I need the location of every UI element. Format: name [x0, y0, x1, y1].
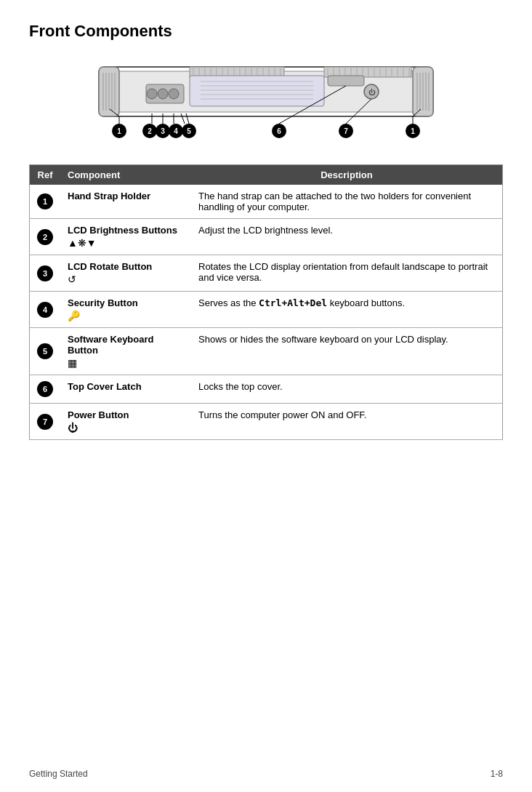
ref-cell: 6	[30, 375, 61, 404]
ref-cell: 5	[30, 328, 61, 375]
svg-point-56	[169, 89, 179, 99]
ref-number: 3	[37, 265, 53, 281]
svg-line-82	[186, 113, 189, 124]
ref-number: 2	[37, 229, 53, 245]
component-cell: Software Keyboard Button▦	[60, 328, 191, 375]
page-title: Front Components	[29, 22, 503, 41]
description-cell: Adjust the LCD brightness level.	[191, 219, 503, 255]
svg-rect-59	[328, 76, 364, 86]
kbd-shortcut: Ctrl+Alt+Del	[259, 297, 327, 308]
description-cell: The hand strap can be attached to the tw…	[191, 185, 503, 219]
component-cell: LCD Rotate Button↺	[60, 255, 191, 292]
svg-text:3: 3	[161, 127, 165, 135]
component-name: Hand Strap Holder	[68, 191, 150, 201]
ref-cell: 4	[30, 292, 61, 328]
table-row: 2LCD Brightness Buttons▲❋▼Adjust the LCD…	[30, 219, 503, 255]
component-name: Security Button	[68, 297, 138, 308]
svg-text:5: 5	[187, 127, 191, 135]
component-cell: Security Button🔑	[60, 292, 191, 328]
table-row: 1Hand Strap HolderThe hand strap can be …	[30, 185, 503, 219]
component-icon: ↺	[68, 273, 184, 285]
footer-right: 1-8	[491, 769, 503, 779]
table-row: 3LCD Rotate Button↺Rotates the LCD displ…	[30, 255, 503, 292]
component-name: Power Button	[68, 409, 129, 420]
description-cell: Rotates the LCD display orientation from…	[191, 255, 503, 292]
svg-text:7: 7	[344, 127, 348, 135]
svg-text:2: 2	[148, 127, 152, 135]
svg-text:6: 6	[277, 127, 281, 135]
component-name: Software Keyboard Button	[68, 334, 153, 356]
component-icon: ⏻	[68, 422, 184, 433]
component-name: Top Cover Latch	[68, 381, 142, 392]
ref-cell: 1	[30, 185, 61, 219]
component-cell: Power Button⏻	[60, 404, 191, 440]
svg-line-81	[181, 113, 185, 124]
svg-text:4: 4	[174, 127, 178, 135]
component-name: LCD Rotate Button	[68, 261, 152, 272]
component-cell: Top Cover Latch	[60, 375, 191, 404]
table-row: 5Software Keyboard Button▦Shows or hides…	[30, 328, 503, 375]
description-cell: Turns the computer power ON and OFF.	[191, 404, 503, 440]
description-cell: Shows or hides the software keyboard on …	[191, 328, 503, 375]
ref-cell: 7	[30, 404, 61, 440]
svg-point-55	[158, 89, 168, 99]
table-row: 4Security Button🔑Serves as the Ctrl+Alt+…	[30, 292, 503, 328]
ref-number: 5	[37, 343, 53, 359]
ref-number: 1	[37, 193, 53, 209]
component-icon: 🔑	[68, 310, 184, 321]
table-header-row: Ref Component Description	[30, 165, 503, 185]
svg-text:⏻: ⏻	[368, 89, 376, 96]
ref-cell: 3	[30, 255, 61, 292]
svg-text:1: 1	[117, 127, 121, 135]
ref-number: 4	[37, 302, 53, 318]
diagram-container: ⏻ 1 2 3 4 5 6 7 1	[29, 54, 503, 148]
component-cell: LCD Brightness Buttons▲❋▼	[60, 219, 191, 255]
svg-text:1: 1	[411, 127, 415, 135]
front-components-diagram: ⏻ 1 2 3 4 5 6 7 1	[77, 54, 455, 148]
table-row: 6Top Cover LatchLocks the top cover.	[30, 375, 503, 404]
svg-point-54	[147, 89, 157, 99]
component-icon: ▦	[68, 357, 184, 369]
ref-number: 7	[37, 414, 53, 430]
header-component: Component	[60, 165, 191, 185]
description-cell: Locks the top cover.	[191, 375, 503, 404]
component-name: LCD Brightness Buttons	[68, 225, 177, 236]
ref-cell: 2	[30, 219, 61, 255]
table-row: 7Power Button⏻Turns the computer power O…	[30, 404, 503, 440]
svg-rect-47	[190, 76, 324, 106]
footer-left: Getting Started	[29, 769, 88, 779]
component-table: Ref Component Description 1Hand Strap Ho…	[29, 164, 503, 440]
ref-number: 6	[37, 381, 53, 397]
component-icon: ▲❋▼	[68, 237, 184, 249]
description-cell-kbd: Serves as the Ctrl+Alt+Del keyboard butt…	[191, 292, 503, 328]
header-description: Description	[191, 165, 503, 185]
header-ref: Ref	[30, 165, 61, 185]
component-cell: Hand Strap Holder	[60, 185, 191, 219]
